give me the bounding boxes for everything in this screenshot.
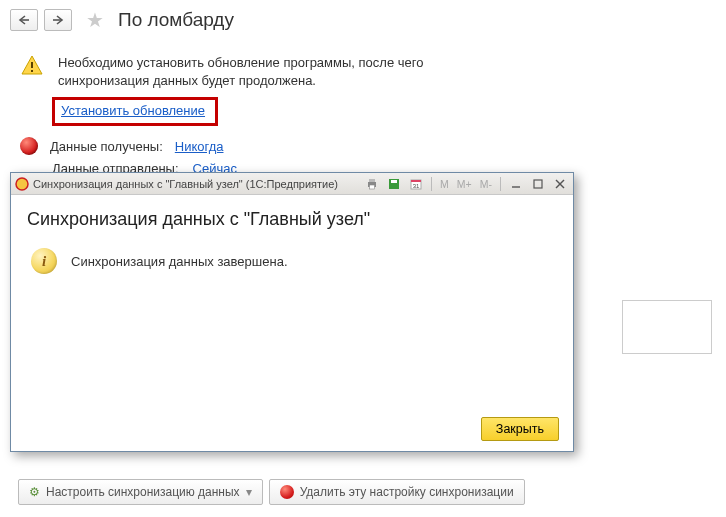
modal-heading: Синхронизация данных с "Главный узел" <box>27 209 557 230</box>
page-title: По ломбарду <box>118 9 234 31</box>
svg-rect-7 <box>370 185 375 189</box>
svg-rect-3 <box>31 70 33 72</box>
warning-text: Необходимо установить обновление програм… <box>58 54 438 90</box>
bottom-toolbar: ⚙ Настроить синхронизацию данных ▾ Удали… <box>18 479 525 505</box>
main-content: Необходимо установить обновление програм… <box>0 40 726 176</box>
modal-body: Синхронизация данных с "Главный узел" i … <box>11 195 573 407</box>
forward-button[interactable] <box>44 9 72 31</box>
info-icon: i <box>31 248 57 274</box>
data-received-label: Данные получены: <box>50 139 163 154</box>
delete-sync-button[interactable]: Удалить эту настройку синхронизации <box>269 479 525 505</box>
install-update-highlight: Установить обновление <box>52 97 218 126</box>
configure-sync-label: Настроить синхронизацию данных <box>46 485 240 499</box>
delete-icon <box>280 485 294 499</box>
m-minus-button[interactable]: M- <box>478 178 494 190</box>
gear-icon: ⚙ <box>29 485 40 499</box>
warning-icon <box>20 54 44 78</box>
maximize-icon[interactable] <box>529 176 547 192</box>
svg-rect-2 <box>31 62 33 68</box>
svg-rect-6 <box>369 179 375 182</box>
svg-rect-9 <box>391 180 397 183</box>
m-plus-button[interactable]: M+ <box>455 178 474 190</box>
print-icon[interactable] <box>363 176 381 192</box>
favorite-star-icon[interactable]: ★ <box>86 8 104 32</box>
modal-window-title: Синхронизация данных с "Главный узел" (1… <box>33 178 338 190</box>
modal-footer: Закрыть <box>11 407 573 451</box>
m-button[interactable]: M <box>438 178 451 190</box>
top-toolbar: ★ По ломбарду <box>0 0 726 40</box>
save-icon[interactable] <box>385 176 403 192</box>
close-icon[interactable] <box>551 176 569 192</box>
sync-modal: Синхронизация данных с "Главный узел" (1… <box>10 172 574 452</box>
configure-sync-button[interactable]: ⚙ Настроить синхронизацию данных ▾ <box>18 479 263 505</box>
minimize-icon[interactable] <box>507 176 525 192</box>
svg-point-4 <box>16 178 28 190</box>
status-error-icon <box>20 137 38 155</box>
back-button[interactable] <box>10 9 38 31</box>
svg-text:31: 31 <box>413 183 420 189</box>
app-1c-icon <box>15 177 29 191</box>
close-button[interactable]: Закрыть <box>481 417 559 441</box>
calendar-icon[interactable]: 31 <box>407 176 425 192</box>
data-received-value[interactable]: Никогда <box>175 139 224 154</box>
side-panel <box>622 300 712 354</box>
svg-rect-11 <box>411 180 421 182</box>
chevron-down-icon: ▾ <box>246 485 252 499</box>
modal-message: Синхронизация данных завершена. <box>71 254 288 269</box>
install-update-link[interactable]: Установить обновление <box>61 103 205 118</box>
modal-titlebar[interactable]: Синхронизация данных с "Главный узел" (1… <box>11 173 573 195</box>
delete-sync-label: Удалить эту настройку синхронизации <box>300 485 514 499</box>
svg-rect-14 <box>534 180 542 188</box>
